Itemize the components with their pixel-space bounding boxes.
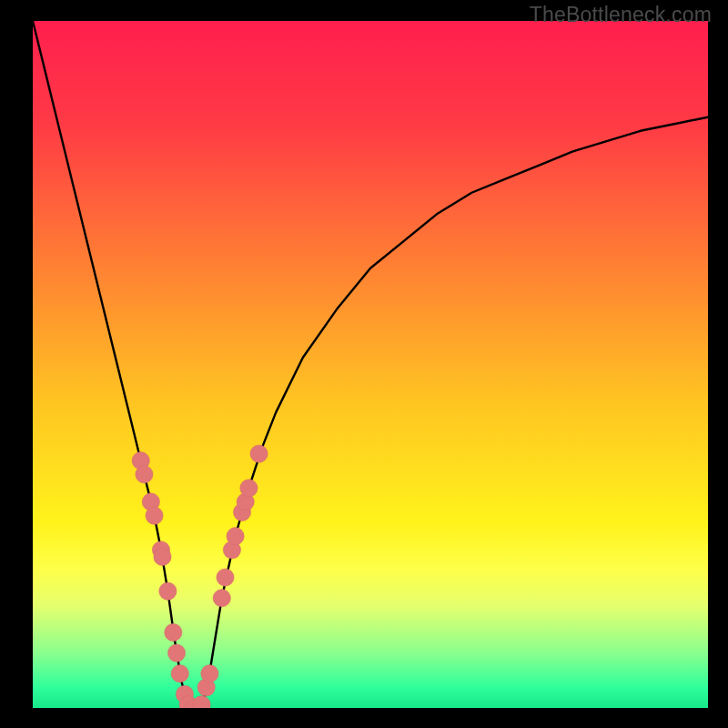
data-marker: [250, 445, 268, 462]
data-marker: [201, 665, 218, 682]
data-marker: [217, 569, 234, 586]
watermark-text: TheBottleneck.com: [530, 3, 712, 27]
data-marker: [213, 590, 230, 607]
data-marker: [171, 665, 188, 682]
plot-svg: [33, 21, 708, 708]
data-marker: [146, 507, 163, 524]
data-marker: [240, 480, 258, 497]
data-marker: [165, 623, 182, 641]
gradient-background: [33, 21, 708, 708]
data-marker: [159, 582, 177, 600]
plot-area: [33, 21, 708, 708]
data-marker: [154, 548, 171, 565]
data-marker: [136, 466, 153, 483]
data-marker: [167, 644, 185, 662]
chart-frame: TheBottleneck.com: [0, 0, 728, 728]
data-marker: [227, 528, 244, 545]
